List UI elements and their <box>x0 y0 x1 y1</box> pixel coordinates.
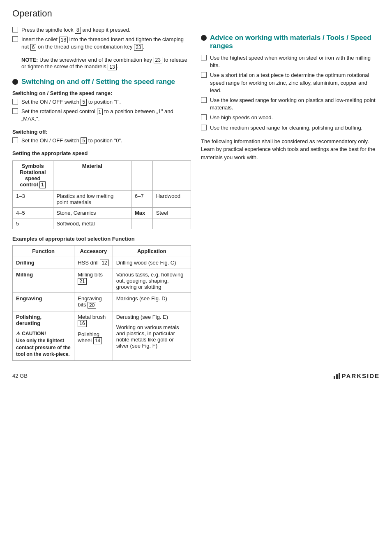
bullet-square <box>12 27 18 32</box>
intro-steps-list: Press the spindle lock 8 and keep it pre… <box>12 26 191 51</box>
list-item: Use the low speed range for working on p… <box>201 97 380 111</box>
advice-bullets: Use the highest speed when working on st… <box>201 54 380 132</box>
list-item: Use a short trial on a test piece to det… <box>201 72 380 94</box>
speed-table-header-3 <box>131 160 152 190</box>
table-row: Drilling HSS drill 12 Drilling wood (see… <box>13 257 191 269</box>
accessory-milling: Milling bits 21 <box>74 269 113 293</box>
speed-range-max: Max <box>131 207 152 218</box>
application-polishing-2: Working on various metals and plastics, … <box>116 324 187 349</box>
switching-on-list: Set the ON / OFF switch 5 to position "I… <box>12 98 191 123</box>
empty-cell-2 <box>152 218 191 229</box>
note-block: NOTE: Use the screwdriver end of the com… <box>12 57 191 71</box>
bullet-square <box>12 36 18 42</box>
brand-logo: PARKSIDE <box>334 372 380 379</box>
table-row: Polishing,derusting ⚠ CAUTION! Use only … <box>13 311 191 361</box>
footer: 42 GB PARKSIDE <box>12 372 380 379</box>
speed-range-5: 5 <box>13 218 53 229</box>
footer-page-number: 42 GB <box>12 373 28 379</box>
table-row: Engraving Engraving bits 20 Markings (se… <box>13 293 191 311</box>
list-item: Insert the collet 18 into the threaded i… <box>12 36 191 51</box>
application-milling: Various tasks, e.g. hollowing out, gougi… <box>113 269 191 293</box>
list-item: Press the spindle lock 8 and keep it pre… <box>12 26 191 34</box>
tool-header-function: Function <box>13 245 74 257</box>
switching-section-heading: Switching on and off / Setting the speed… <box>12 78 191 86</box>
list-item: Set the ON / OFF switch 5 to position "I… <box>12 98 191 106</box>
ref-5b: 5 <box>81 137 87 144</box>
ref-12: 12 <box>100 260 108 266</box>
bullet-square <box>12 99 18 104</box>
function-milling: Milling <box>13 269 74 293</box>
speed-table: SymbolsRotationalspeedcontrol 1 Material… <box>12 160 191 229</box>
brand-name-text: PARKSIDE <box>342 372 380 379</box>
bullet-square <box>201 72 207 78</box>
right-column: Advice on working with materials / Tools… <box>201 26 380 361</box>
table-row: 5 Softwood, metal <box>13 218 191 229</box>
advisory-text: The following information shall be consi… <box>201 137 380 162</box>
ref-5a: 5 <box>81 99 87 105</box>
ref-1: 1 <box>97 109 103 115</box>
application-drilling: Drilling wood (see Fig. C) <box>113 257 191 269</box>
note-label: NOTE: <box>21 57 38 63</box>
table-row: 1–3 Plastics and low meltingpoint materi… <box>13 190 191 207</box>
caution-title: ⚠ CAUTION! <box>16 330 71 337</box>
ref-13: 13 <box>108 64 116 70</box>
empty-cell-1 <box>131 218 152 229</box>
speed-range-1: 1–3 <box>13 190 53 207</box>
speed-table-header-1: SymbolsRotationalspeedcontrol 1 <box>13 160 53 190</box>
switching-off-heading: Switching off: <box>12 129 191 135</box>
tool-header-accessory: Accessory <box>74 245 113 257</box>
speed-table-header-4 <box>152 160 191 190</box>
bullet-square <box>201 55 207 60</box>
speed-range-2: 4–5 <box>13 207 53 218</box>
ref-21: 21 <box>78 278 86 285</box>
bullet-square <box>201 125 207 130</box>
ref-23b: 23 <box>154 57 162 63</box>
table-row: 4–5 Stone, Ceramics Max Steel <box>13 207 191 218</box>
caution-text: Use only the lightest contact pressure o… <box>16 337 71 358</box>
material-3: Hardwood <box>152 190 191 207</box>
switching-off-list: Set the ON / OFF switch 5 to position "0… <box>12 137 191 144</box>
accessory-polishing-2: Polishing wheel 14 <box>78 331 109 344</box>
material-max: Steel <box>152 207 191 218</box>
section-bullet <box>12 79 18 85</box>
list-item: Set the rotational speed control 1 to a … <box>12 108 191 123</box>
bullet-square <box>201 114 207 120</box>
ref-8: 8 <box>75 27 81 33</box>
ref-ctrl: 1 <box>39 181 46 188</box>
ref-23: 23 <box>134 44 143 51</box>
accessory-polishing: Metal brush 16 Polishing wheel 14 <box>74 311 113 361</box>
table-row: Milling Milling bits 21 Various tasks, e… <box>13 269 191 293</box>
function-engraving: Engraving <box>13 293 74 311</box>
material-5: Softwood, metal <box>53 218 131 229</box>
material-2: Stone, Ceramics <box>53 207 131 218</box>
switching-on-heading: Switching on / Setting the speed range: <box>12 90 191 96</box>
ref-14: 14 <box>93 337 102 344</box>
list-item: Set the ON / OFF switch 5 to position "0… <box>12 137 191 144</box>
accessory-engraving: Engraving bits 20 <box>74 293 113 311</box>
function-polishing: Polishing,derusting ⚠ CAUTION! Use only … <box>13 311 74 361</box>
list-item: Use the highest speed when working on st… <box>201 54 380 69</box>
ref-6: 6 <box>30 44 37 51</box>
material-1: Plastics and low meltingpoint materials <box>53 190 131 207</box>
list-item: Use high speeds on wood. <box>201 114 380 121</box>
advice-bullet <box>201 35 207 41</box>
setting-speed-label: Setting the appropriate speed <box>12 150 191 156</box>
tool-header-application: Application <box>113 245 191 257</box>
ref-18: 18 <box>59 37 68 43</box>
application-polishing: Derusting (see Fig. E) Working on variou… <box>113 311 191 361</box>
page-title: Operation <box>12 8 380 19</box>
bullet-square <box>12 137 18 143</box>
left-column: Press the spindle lock 8 and keep it pre… <box>12 26 191 361</box>
function-drilling: Drilling <box>13 257 74 269</box>
ref-16: 16 <box>78 320 86 327</box>
bullet-square <box>201 97 207 103</box>
examples-label: Examples of appropriate tool selection F… <box>12 236 191 242</box>
speed-range-3: 6–7 <box>131 190 152 207</box>
caution-block: ⚠ CAUTION! Use only the lightest contact… <box>16 330 71 358</box>
brand-stripes-icon <box>334 373 340 379</box>
advice-heading: Advice on working with materials / Tools… <box>201 34 380 50</box>
tool-table: Function Accessory Application Drilling … <box>12 245 191 361</box>
list-item: Use the medium speed range for cleaning,… <box>201 124 380 132</box>
bullet-square <box>12 108 18 114</box>
ref-20: 20 <box>88 302 96 309</box>
